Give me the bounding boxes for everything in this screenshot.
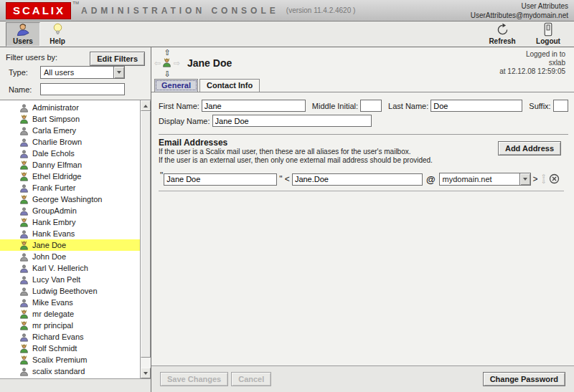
user-list-item[interactable]: Hank Embry [0, 216, 140, 228]
user-name-label: scalix standard [32, 367, 85, 376]
delete-address-icon[interactable] [549, 173, 560, 186]
user-list-item[interactable]: Charlie Brown [0, 136, 140, 148]
premium-user-icon [19, 355, 29, 365]
scrollbar-track[interactable] [141, 111, 151, 368]
user-name-label: Carla Emery [32, 126, 76, 135]
users-button-label: Users [13, 37, 33, 45]
last-name-input[interactable] [430, 100, 522, 112]
users-button[interactable]: Users [6, 22, 40, 47]
user-list-item[interactable]: mr delegate [0, 308, 140, 320]
save-changes-button[interactable]: Save Changes [160, 372, 228, 386]
user-name-label: Bart Simpson [32, 115, 80, 123]
user-list-item[interactable]: Carla Emery [0, 125, 140, 136]
user-list-item[interactable]: Karl V. Hellerich [0, 262, 140, 274]
arrow-up-icon[interactable]: ⇧ [164, 49, 170, 56]
user-list-item[interactable]: George Washington [0, 193, 140, 205]
user-list-item[interactable]: Ludwig Beethoven [0, 285, 140, 297]
user-list-item[interactable]: scalix standard [0, 365, 140, 377]
suffix-input[interactable] [553, 100, 568, 112]
arrow-down-icon[interactable]: ⇩ [164, 70, 170, 77]
close-quote-angle: " < [279, 174, 290, 184]
user-header: ⇧ ⇩ ⇦ ⇨ Jane Doe Logged in to sxlab at 1… [151, 47, 574, 79]
first-name-label: First Name: [159, 102, 199, 110]
name-filter-input[interactable] [40, 83, 125, 95]
user-icon [19, 229, 29, 239]
middle-initial-input[interactable] [360, 100, 382, 112]
change-password-button[interactable]: Change Password [483, 372, 565, 386]
tab-contact-info[interactable]: Contact Info [199, 79, 260, 92]
scrollbar-thumb[interactable] [141, 111, 151, 358]
user-list-item[interactable]: Frank Furter [0, 182, 140, 193]
user-name-label: GroupAdmin [32, 206, 77, 215]
premium-user-icon [19, 344, 29, 353]
logout-button-label: Logout [536, 37, 560, 45]
refresh-button[interactable]: Refresh [485, 22, 519, 47]
chevron-down-icon[interactable] [519, 173, 530, 185]
user-list-item[interactable]: Jane Doe [0, 239, 140, 251]
email-local-part-input[interactable] [292, 173, 423, 186]
user-list-item[interactable]: Hank Evans [0, 228, 140, 239]
name-label: Name: [6, 85, 40, 94]
user-icon [19, 264, 29, 273]
open-quote: " [160, 171, 163, 181]
refresh-button-label: Refresh [489, 37, 515, 45]
add-address-button[interactable]: Add Address [498, 141, 561, 156]
app-title: ADMINISTRATION CONSOLE [81, 6, 279, 16]
user-list-item[interactable]: John Doe [0, 251, 140, 262]
premium-user-icon [19, 310, 29, 319]
email-display-name-input[interactable] [164, 173, 277, 186]
premium-user-icon [162, 58, 172, 68]
suffix-label: Suffix: [529, 102, 550, 110]
first-name-input[interactable] [202, 100, 306, 112]
logout-button[interactable]: Logout [531, 22, 565, 47]
user-list-item[interactable]: Administrator [0, 102, 140, 113]
cancel-button[interactable]: Cancel [231, 372, 271, 386]
help-button[interactable]: Help [40, 22, 75, 47]
user-name-label: Ludwig Beethoven [32, 287, 98, 295]
premium-user-icon [19, 321, 29, 330]
user-list-item[interactable]: mr principal [0, 320, 140, 331]
display-name-input[interactable] [212, 115, 372, 127]
scroll-up-button[interactable] [141, 100, 151, 111]
premium-user-icon [19, 218, 29, 227]
chevron-down-icon[interactable] [113, 67, 124, 78]
user-move-control[interactable]: ⇧ ⇩ ⇦ ⇨ [154, 49, 180, 77]
scalix-admin-console-window: SCALIX TM ADMINISTRATION CONSOLE (versio… [0, 0, 574, 392]
tab-bar: GeneralContact Info [151, 79, 574, 92]
user-list-item[interactable]: Bart Simpson [0, 113, 140, 125]
app-version: (version 11.4.2.4620 ) [286, 6, 356, 14]
user-list-item[interactable]: Mike Evans [0, 297, 140, 308]
user-icon [19, 367, 29, 376]
user-icon [19, 126, 29, 135]
edit-filters-button[interactable]: Edit Filters [90, 52, 145, 66]
email-section-desc-2: If the user is an external user, then on… [159, 156, 568, 165]
user-name-label: Administrator [32, 103, 79, 112]
help-button-label: Help [50, 37, 65, 45]
user-list-item[interactable]: GroupAdmin [0, 205, 140, 216]
user-icon [19, 138, 29, 147]
user-list-item[interactable]: Scalix Premium [0, 354, 140, 365]
user-name-label: Frank Furter [32, 183, 76, 192]
user-icon [19, 103, 29, 113]
user-list-item[interactable]: Ethel Eldridge [0, 171, 140, 182]
scroll-down-button[interactable] [141, 368, 151, 378]
user-list-item[interactable]: Richard Evans [0, 331, 140, 343]
email-domain-select[interactable]: mydomain.net [439, 173, 531, 186]
scalix-logo-text: SCALIX [6, 2, 71, 19]
filter-panel: Filter users by: Edit Filters Type: All … [0, 47, 151, 100]
email-address-row: "" <@mydomain.net>⇧⇩ [159, 173, 564, 191]
user-list-item[interactable]: Danny Elfman [0, 159, 140, 171]
tab-general[interactable]: General [154, 79, 198, 92]
user-list-item[interactable]: Dale Echols [0, 148, 140, 159]
user-list-item[interactable]: Lucy Van Pelt [0, 274, 140, 285]
user-browser-sidebar: Filter users by: Edit Filters Type: All … [0, 47, 151, 392]
middle-initial-label: Middle Initial: [312, 102, 358, 110]
user-type-select[interactable]: All users [40, 66, 125, 79]
user-list-item[interactable]: Rolf Schmidt [0, 343, 140, 354]
reorder-arrows-icon[interactable]: ⇧⇩ [541, 174, 546, 184]
user-list-scrollbar[interactable] [140, 100, 151, 378]
user-name-label: Scalix Premium [32, 355, 87, 364]
user-icon [19, 252, 29, 262]
account-email: UserAttributes@mydomain.net [471, 11, 568, 20]
page-title: Jane Doe [187, 57, 232, 69]
